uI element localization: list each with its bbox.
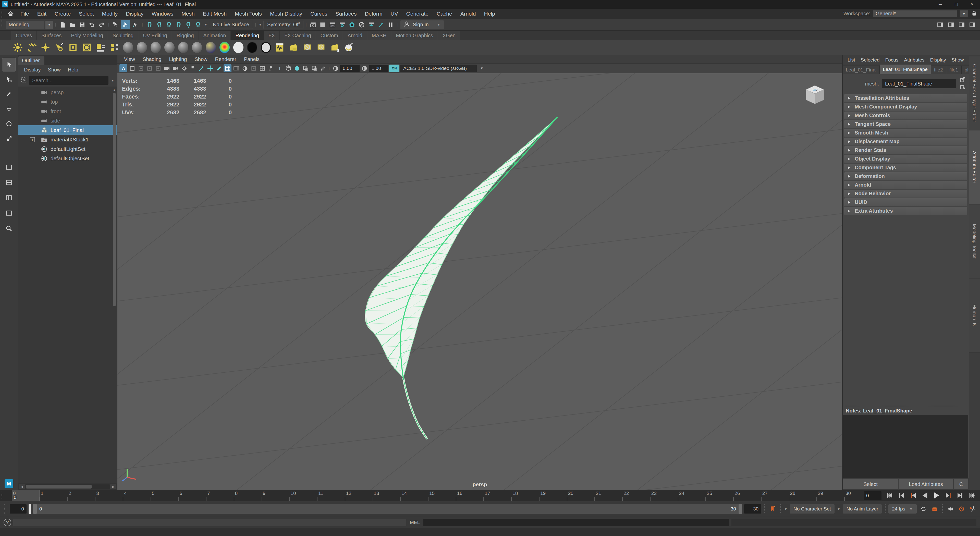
menu-set-selector[interactable]: Modeling — [6, 21, 45, 29]
focus-icon[interactable] — [959, 76, 966, 83]
range-gripper[interactable] — [3, 504, 7, 514]
menu-item[interactable]: Edit Mesh — [199, 9, 231, 19]
sidebar-vertical-tab[interactable]: Attribute Editor — [969, 130, 980, 204]
outliner-item[interactable]: defaultObjectSet — [18, 154, 117, 163]
field-chart[interactable] — [258, 64, 266, 72]
attribute-editor-tab[interactable]: Leaf_01_FinalShape — [880, 65, 931, 74]
ambient-light[interactable] — [39, 41, 52, 54]
toon-outline[interactable] — [342, 41, 355, 54]
mute-audio-icon[interactable] — [946, 504, 955, 514]
snap-to-point[interactable] — [164, 20, 173, 29]
layered-shader[interactable] — [205, 41, 217, 54]
lambert-material[interactable] — [136, 41, 148, 54]
select-camera[interactable]: A — [119, 64, 127, 72]
grid-display[interactable] — [224, 64, 231, 72]
open-scene[interactable] — [68, 20, 77, 29]
render-time[interactable] — [315, 41, 327, 54]
symmetry-arrow[interactable]: ▼ — [258, 23, 262, 27]
menu-item[interactable]: Arnold — [456, 9, 480, 19]
shelf-tab[interactable]: UV Editing — [138, 31, 172, 40]
camera-lock-2[interactable] — [172, 64, 180, 72]
wire-cube[interactable] — [284, 64, 292, 72]
minimize-button[interactable]: ─ — [932, 0, 948, 9]
play-backwards-button[interactable] — [920, 491, 929, 500]
go-to-end-button[interactable] — [967, 491, 977, 500]
attribute-section-header[interactable]: UUID — [844, 198, 967, 206]
attribute-editor-tab[interactable]: phong1 — [962, 65, 969, 74]
animation-start-field[interactable]: 0 — [10, 504, 27, 514]
surface-shader[interactable] — [232, 41, 245, 54]
ramp-shader[interactable] — [218, 41, 231, 54]
ipr-render[interactable]: IPR — [328, 20, 337, 29]
viewport-menu[interactable]: Lighting — [165, 56, 190, 62]
home-icon[interactable] — [5, 11, 16, 17]
range-right-cap[interactable] — [738, 504, 742, 514]
attribute-section-header[interactable]: Tessellation Attributes — [844, 94, 967, 102]
help-line-icon[interactable]: ? — [3, 519, 11, 526]
move-tool[interactable] — [2, 102, 16, 116]
menu-item[interactable]: Deform — [361, 9, 387, 19]
safe-title[interactable]: T — [275, 64, 283, 72]
wireframe-display[interactable] — [197, 64, 205, 72]
camera-gear[interactable] — [180, 64, 188, 72]
select-button[interactable]: Select — [843, 479, 898, 489]
render-flags[interactable] — [376, 20, 386, 29]
workspace-selector[interactable]: General* — [873, 10, 957, 17]
viewport-menu[interactable]: Renderer — [212, 56, 240, 62]
spot-light[interactable] — [53, 41, 65, 54]
select-object[interactable] — [121, 20, 130, 29]
playback-speed-icon[interactable] — [957, 504, 966, 514]
menu-item[interactable]: Display — [122, 9, 148, 19]
snap-to-curve[interactable] — [155, 20, 164, 29]
attribute-section-header[interactable]: Deformation — [844, 172, 967, 180]
sign-in-button[interactable]: Sign In ▼ — [401, 21, 444, 29]
attribute-editor-tab[interactable]: file2 — [931, 65, 946, 74]
view-cube[interactable]: Top — [801, 82, 829, 107]
close-button[interactable]: × — [964, 0, 980, 9]
light-editor[interactable] — [108, 41, 121, 54]
menu-item[interactable]: Select — [75, 9, 98, 19]
phong-material[interactable] — [163, 41, 176, 54]
shelf-tab[interactable]: Surfaces — [37, 31, 66, 40]
outliner-item[interactable]: persp — [18, 87, 117, 97]
render-settings[interactable] — [338, 20, 347, 29]
notes-textarea[interactable] — [843, 415, 968, 478]
shading-map[interactable] — [260, 41, 272, 54]
attribute-section-header[interactable]: Render Stats — [844, 146, 967, 154]
attribute-section-header[interactable]: Arnold — [844, 181, 967, 189]
volume-light[interactable] — [81, 41, 93, 54]
light-linking[interactable] — [94, 41, 107, 54]
shelf-tab[interactable]: Arnold — [343, 31, 367, 40]
outliner-item[interactable]: ∞ materialXStack1 — [18, 135, 117, 144]
viewport-menu[interactable]: Panels — [240, 56, 263, 62]
light-editor[interactable] — [367, 20, 376, 29]
menu-item[interactable]: Mesh Tools — [231, 9, 266, 19]
rotate-tool[interactable] — [2, 117, 16, 130]
make-live[interactable] — [193, 20, 203, 29]
batch-render[interactable] — [301, 41, 313, 54]
menu-item[interactable]: Create — [51, 9, 75, 19]
snap-to-grid[interactable] — [145, 20, 154, 29]
menu-set-dropdown-arrow[interactable]: ▼ — [45, 21, 53, 29]
lock-camera[interactable] — [128, 64, 136, 72]
range-left-cap[interactable] — [33, 504, 37, 514]
attribute-editor-menu[interactable]: List — [845, 57, 858, 63]
statusline-gripper[interactable] — [0, 20, 5, 29]
point-light[interactable] — [12, 41, 24, 54]
menu-item[interactable]: Help — [480, 9, 499, 19]
shelf-tab[interactable]: FX — [264, 31, 280, 40]
workspace-dropdown-arrow[interactable]: ▼ — [959, 10, 968, 17]
shelf-tab[interactable]: Rendering — [231, 31, 264, 40]
attribute-editor-menu[interactable]: Show — [949, 57, 967, 63]
safe-action[interactable] — [267, 64, 275, 72]
bookmark-add-icon[interactable] — [768, 504, 777, 514]
outliner-menu[interactable]: Display — [21, 67, 44, 73]
menu-item[interactable]: Mesh — [177, 9, 199, 19]
outliner-item[interactable]: side — [18, 116, 117, 125]
new-scene[interactable] — [58, 20, 67, 29]
step-back-key-button[interactable] — [908, 491, 918, 500]
menu-item[interactable]: Mesh Display — [266, 9, 306, 19]
attribute-editor-menu[interactable]: Focus — [883, 57, 901, 63]
auto-key-icon[interactable] — [968, 504, 977, 514]
attribute-section-header[interactable]: Object Display — [844, 155, 967, 163]
